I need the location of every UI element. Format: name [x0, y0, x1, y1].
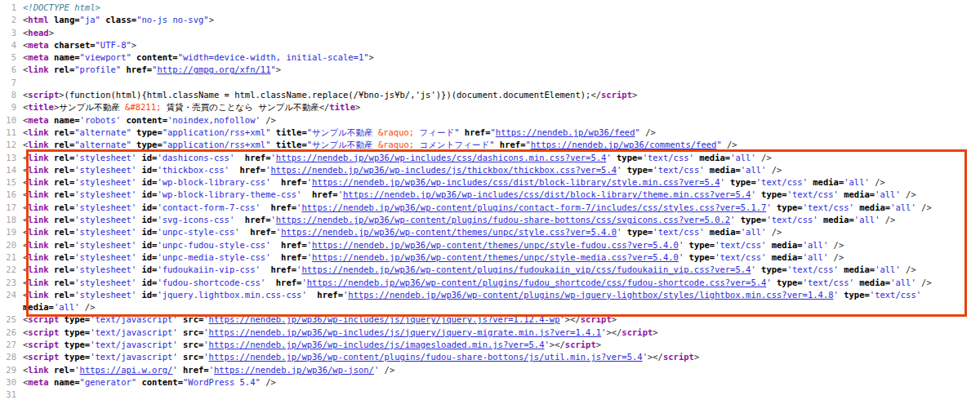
- attribute-name: rel=: [49, 127, 75, 137]
- line-number: 15: [0, 176, 23, 189]
- tag-name: script: [601, 90, 632, 100]
- attribute-name: src=: [178, 352, 204, 362]
- attribute-name: href=: [495, 140, 526, 149]
- code-line: 14<link rel='stylesheet' id='thickbox-cs…: [0, 164, 980, 176]
- url-link[interactable]: https://nendeb.jp/wp36/wp-content/themes…: [312, 252, 679, 262]
- attribute-value: 'text/javascript': [90, 340, 177, 349]
- attribute-name: title=: [270, 140, 306, 149]
- punctuation: />: [80, 302, 96, 312]
- punctuation: >: [49, 28, 54, 38]
- html-entity: &#8211;: [125, 102, 161, 112]
- code-text: <link rel='stylesheet' id='thickbox-css'…: [23, 164, 980, 176]
- attribute-name: rel=: [49, 290, 75, 300]
- url-link[interactable]: https://nendeb.jp/wp36/feed: [496, 127, 635, 137]
- code-text: <script>(function(html){html.className =…: [23, 89, 980, 101]
- punctuation: >: [596, 340, 601, 349]
- code-text: <link rel='stylesheet' id='wp-block-libr…: [23, 176, 980, 189]
- attribute-value: 'all': [741, 227, 767, 237]
- line-number: 9: [0, 101, 23, 113]
- attribute-name: rel=: [49, 189, 75, 199]
- punctuation: />: [916, 202, 932, 212]
- attribute-value: 'stylesheet': [74, 264, 136, 274]
- attribute-name: type=: [772, 278, 803, 287]
- punctuation: />: [261, 115, 276, 125]
- attribute-value: 'stylesheet': [74, 202, 136, 212]
- attribute-value: "UTF-8": [96, 40, 131, 50]
- url-link[interactable]: http://gmpg.org/xfn/11: [157, 64, 270, 74]
- punctuation: />: [756, 153, 772, 162]
- code-line: 7: [0, 77, 980, 89]
- attribute-name: media=: [839, 189, 875, 199]
- punctuation: >: [209, 15, 214, 24]
- tag-name: link: [28, 127, 48, 137]
- url-link[interactable]: https://nendeb.jp/wp36/wp-includes/js/jq…: [209, 314, 560, 324]
- tag-name: title: [28, 102, 54, 112]
- code-text: <meta charset="UTF-8">: [23, 39, 980, 51]
- attribute-name: id=: [136, 278, 157, 287]
- line-number: 28: [0, 351, 23, 363]
- url-link[interactable]: https://nendeb.jp/wp36/wp-content/plugin…: [209, 352, 643, 362]
- line-number: 27: [0, 339, 23, 351]
- attribute-value: 'wp-block-library-theme-css': [157, 189, 301, 199]
- url-link[interactable]: https://nendeb.jp/wp36/wp-includes/js/im…: [209, 340, 545, 349]
- code-line: 16<link rel='stylesheet' id='wp-block-li…: [0, 189, 980, 201]
- url-link[interactable]: https://nendeb.jp/wp36/wp-content/themes…: [312, 240, 679, 250]
- tag-name: script: [28, 90, 59, 100]
- url-link[interactable]: https://nendeb.jp/wp36/wp-includes/css/d…: [276, 153, 607, 162]
- code-line: 23<link rel='stylesheet' id='fudou-short…: [0, 277, 980, 289]
- url-link[interactable]: https://nendeb.jp/wp36/wp-content/plugin…: [307, 278, 767, 287]
- url-link[interactable]: https://nendeb.jp/wp36/wp-content/plugin…: [276, 215, 730, 224]
- attribute-name: href=: [234, 153, 270, 162]
- code-text: <meta name="viewport" content="width=dev…: [23, 51, 980, 64]
- attribute-name: id=: [136, 177, 157, 187]
- attribute-value: 'contact-form-7-css': [157, 202, 260, 212]
- attribute-name: href=: [261, 264, 296, 274]
- url-link[interactable]: https://nendeb.jp/wp36/comments/feed: [531, 140, 717, 149]
- url-link[interactable]: https://api.w.org/: [80, 365, 173, 375]
- attribute-name: id=: [136, 240, 157, 250]
- attribute-name: type=: [684, 240, 715, 250]
- attribute-value: "profile": [74, 64, 121, 74]
- code-text: <meta name="generator" content="WordPres…: [23, 376, 980, 389]
- code-line: 19<link rel='stylesheet' id='unpc-style-…: [0, 226, 980, 238]
- attribute-value: "width=device-width, initial-scale=1": [178, 52, 369, 62]
- url-link[interactable]: https://nendeb.jp/wp36/wp-includes/js/jq…: [209, 327, 601, 337]
- attribute-name: class=: [100, 15, 136, 24]
- url-link[interactable]: https://nendeb.jp/wp36/wp-includes/css/d…: [343, 189, 751, 199]
- url-link[interactable]: https://nendeb.jp/wp36/wp-json/: [214, 365, 374, 375]
- url-link[interactable]: https://nendeb.jp/wp36/wp-includes/css/d…: [312, 177, 719, 187]
- attribute-value: 'text/css': [653, 227, 704, 237]
- attribute-value: 'fudoukaiin-vip-css': [157, 264, 260, 274]
- code-text: <link rel='stylesheet' id='unpc-style-cs…: [23, 226, 980, 238]
- attribute-name: type=: [684, 252, 715, 262]
- code-line: 21<link rel='stylesheet' id='unpc-media-…: [0, 251, 980, 264]
- attribute-name: media=: [839, 264, 875, 274]
- code-text: <script type='text/javascript' src='http…: [23, 327, 980, 339]
- url-link[interactable]: https://nendeb.jp/wp36/wp-content/plugin…: [301, 264, 751, 274]
- url-link[interactable]: https://nendeb.jp/wp36/wp-includes/js/th…: [271, 165, 617, 175]
- url-link[interactable]: https://nendeb.jp/wp36/wp-content/plugin…: [301, 202, 766, 212]
- line-number: 3: [0, 27, 23, 39]
- attribute-name: type=: [612, 153, 643, 162]
- tag-name: script: [663, 352, 694, 362]
- attribute-name: lang=: [49, 15, 80, 24]
- attribute-value: "ja": [80, 15, 100, 24]
- line-number: 1: [0, 2, 23, 14]
- attribute-value: 'stylesheet': [74, 240, 136, 250]
- punctuation: >: [632, 90, 637, 100]
- attribute-value: 'all': [803, 240, 829, 250]
- attribute-value: 'all': [890, 202, 916, 212]
- tag-name: script: [621, 327, 653, 337]
- url-link[interactable]: https://nendeb.jp/wp36/wp-content/plugin…: [348, 290, 833, 300]
- attribute-name: type=: [621, 227, 653, 237]
- attribute-name: type=: [839, 290, 870, 300]
- attribute-name: id=: [136, 165, 157, 175]
- attribute-name: type=: [756, 264, 787, 274]
- attribute-value: 'all': [875, 189, 901, 199]
- code-text: <link rel='stylesheet' id='fudou-shortco…: [23, 277, 980, 289]
- url-link[interactable]: https://nendeb.jp/wp36/wp-content/themes…: [281, 227, 617, 237]
- attribute-value: 'stylesheet': [74, 252, 136, 262]
- line-number: 16: [0, 189, 23, 201]
- line-number: 29: [0, 364, 23, 376]
- attribute-name: href=: [460, 127, 491, 137]
